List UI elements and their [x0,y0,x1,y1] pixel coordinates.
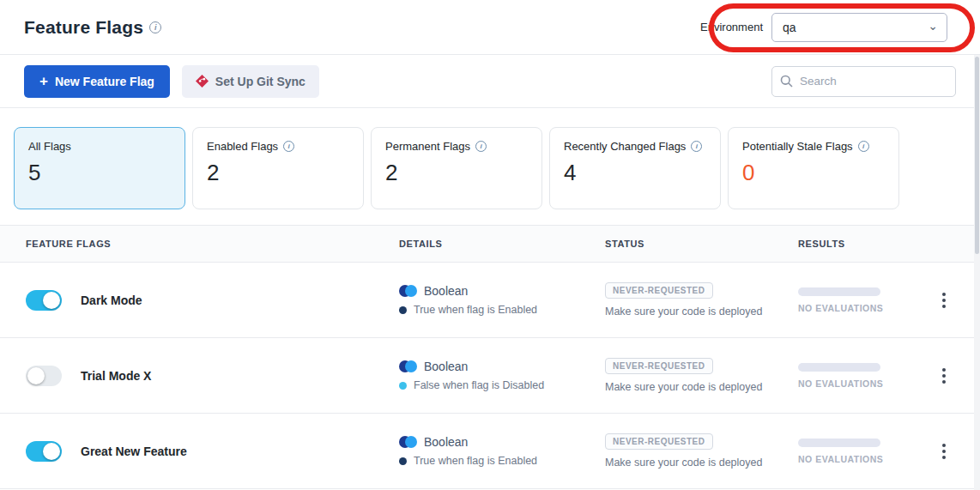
stat-value: 4 [564,160,706,186]
page-header: Feature Flags i Environment qa ⌄ [0,0,980,55]
environment-selector: Environment qa ⌄ [700,13,947,42]
stat-label: Recently Changed Flags [564,140,686,153]
flag-toggle[interactable] [26,366,62,386]
table-row[interactable]: Dark Mode Boolean True when flag is Enab… [0,263,980,338]
stat-value: 0 [742,160,885,186]
stat-value: 5 [28,160,171,186]
stats-cards: All Flags 5 Enabled Flags i 2 Permanent … [0,108,980,225]
stat-label: Potentially Stale Flags [742,140,853,153]
scrollbar[interactable] [974,55,980,490]
stat-label: Enabled Flags [207,140,278,153]
status-badge: NEVER-REQUESTED [605,358,713,374]
scrollbar-thumb[interactable] [975,57,979,254]
boolean-type-icon [399,436,417,448]
column-header-feature-flags: Feature Flags [26,239,399,249]
column-header-status: Status [605,239,798,249]
status-text: Make sure your code is deployed [605,305,762,318]
page-title: Feature Flags [24,17,143,38]
results-text: NO EVALUATIONS [798,378,927,389]
variation-dot-icon [399,382,407,390]
status-badge: NEVER-REQUESTED [605,433,713,450]
row-menu-icon[interactable] [937,287,951,313]
setup-git-sync-button[interactable]: Set Up Git Sync [182,65,319,98]
table-row[interactable]: Great New Feature Boolean True when flag… [0,414,980,489]
plus-icon: + [39,74,48,88]
results-progress-bar [798,439,880,447]
results-progress-bar [798,363,880,372]
stat-value: 2 [385,160,528,186]
column-header-details: Details [399,239,605,249]
flag-type: Boolean [424,284,468,298]
info-icon[interactable]: i [283,141,294,152]
status-badge: NEVER-REQUESTED [605,282,713,299]
environment-value: qa [783,21,796,34]
info-icon[interactable]: i [858,141,869,152]
results-text: NO EVALUATIONS [798,454,927,464]
table-row[interactable]: Trial Mode X Boolean False when flag is … [0,338,980,414]
results-progress-bar [798,287,880,296]
chevron-down-icon: ⌄ [928,21,938,30]
status-text: Make sure your code is deployed [605,381,762,393]
info-icon[interactable]: i [149,21,161,33]
stat-card-permanent-flags[interactable]: Permanent Flags i 2 [371,127,542,209]
stat-value: 2 [207,160,349,186]
search-box [771,66,956,97]
info-icon[interactable]: i [691,141,702,152]
flag-variation-description: True when flag is Enabled [414,304,537,316]
flag-variation-description: True when flag is Enabled [414,455,537,467]
flag-variation-description: False when flag is Disabled [414,379,544,391]
variation-dot-icon [399,306,407,314]
flag-toggle[interactable] [26,290,62,311]
stat-label: Permanent Flags [385,140,470,153]
boolean-type-icon [399,285,417,297]
search-icon [780,75,793,88]
environment-dropdown[interactable]: qa ⌄ [771,13,947,42]
stat-label: All Flags [28,140,71,153]
search-input[interactable] [771,66,956,97]
flag-type: Boolean [424,360,468,373]
column-header-results: Results [798,239,927,249]
status-text: Make sure your code is deployed [605,457,762,469]
flag-name[interactable]: Trial Mode X [81,369,151,383]
environment-label: Environment [700,21,763,33]
stat-card-recently-changed-flags[interactable]: Recently Changed Flags i 4 [549,127,721,209]
flag-toggle[interactable] [26,441,62,462]
flag-type: Boolean [424,435,468,449]
table-header-row: Feature Flags Details Status Results [0,225,980,263]
stat-card-enabled-flags[interactable]: Enabled Flags i 2 [192,127,364,209]
boolean-type-icon [399,360,417,372]
info-icon[interactable]: i [475,141,487,152]
flag-name[interactable]: Great New Feature [81,445,187,458]
row-menu-icon[interactable] [937,363,951,389]
stat-card-potentially-stale-flags[interactable]: Potentially Stale Flags i 0 [728,127,899,209]
results-text: NO EVALUATIONS [798,303,927,313]
stat-card-all-flags[interactable]: All Flags 5 [14,127,185,209]
git-sync-icon [196,75,209,88]
row-menu-icon[interactable] [937,439,951,464]
new-feature-flag-button[interactable]: + New Feature Flag [24,65,170,98]
toolbar: + New Feature Flag Set Up Git Sync [0,55,980,108]
flag-name[interactable]: Dark Mode [81,293,142,307]
variation-dot-icon [399,457,407,465]
